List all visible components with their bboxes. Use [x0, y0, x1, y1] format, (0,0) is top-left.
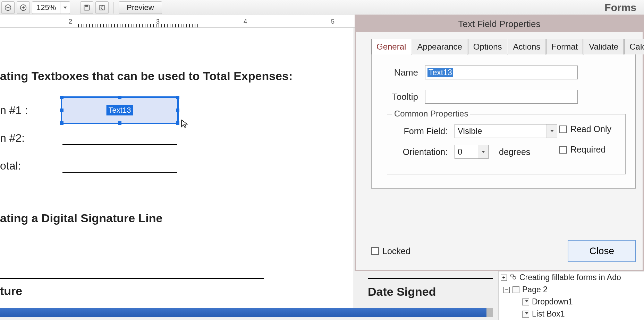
tree-item-dropdown1[interactable]: Dropdown1 [499, 296, 644, 308]
field-name-overlay: Text13 [107, 105, 133, 115]
preview-button[interactable]: Preview [119, 1, 162, 14]
required-label: Required [570, 145, 605, 155]
underline [62, 144, 177, 145]
dropdown-arrow-icon[interactable] [60, 2, 70, 14]
dropdown-field-icon [522, 299, 529, 305]
save-button[interactable] [80, 1, 93, 14]
svg-point-9 [513, 276, 516, 279]
resize-handle-e[interactable] [176, 109, 179, 112]
orientation-units: degrees [499, 147, 530, 157]
resize-handle-nw[interactable] [60, 96, 63, 99]
form-field-label: Form Field: [396, 126, 448, 136]
text-field-properties-dialog: Text Field Properties General Appearance… [355, 15, 644, 271]
checkbox-icon [371, 247, 379, 255]
name-input[interactable]: Text13 [425, 66, 578, 79]
tooltip-label: Tooltip [387, 92, 418, 102]
forms-panel-label: Forms [604, 2, 643, 14]
tree-root-label: Creating fillable forms in Ado [519, 273, 621, 282]
main-toolbar: 125% Preview Forms [0, 0, 644, 15]
plus-icon [20, 4, 27, 11]
tree-item-label: List Box1 [532, 309, 565, 319]
svg-rect-7 [100, 5, 104, 10]
minus-icon [5, 4, 11, 11]
form-tool-icon [99, 4, 105, 11]
zoom-in-button[interactable] [17, 1, 30, 14]
signature-label: ture [0, 284, 22, 298]
resize-handle-ne[interactable] [176, 96, 179, 99]
ruler-margin-marker [78, 24, 200, 27]
form-tool-button[interactable] [95, 1, 109, 14]
svg-point-8 [511, 274, 514, 277]
ruler-tick-label: 4 [244, 18, 247, 25]
tree-root-row[interactable]: + Creating fillable forms in Ado [499, 271, 644, 284]
chevron-down-icon [478, 145, 488, 158]
common-properties-group: Common Properties Form Field: Visible Or… [387, 114, 626, 174]
dialog-title: Text Field Properties [356, 16, 643, 32]
tooltip-input[interactable] [425, 90, 578, 104]
horizontal-scrollbar[interactable] [0, 308, 493, 317]
tree-item-label: Dropdown1 [532, 297, 573, 306]
svg-rect-6 [85, 5, 88, 7]
total-label: otal: [0, 159, 21, 172]
close-label: Close [589, 245, 614, 256]
toolbar-separator [113, 2, 114, 14]
heading-expenses: ating Textboxes that can be used to Tota… [0, 69, 293, 83]
name-label: Name [387, 67, 418, 78]
locked-label: Locked [382, 246, 410, 256]
date-signed-label: Date Signed [368, 285, 436, 299]
document-canvas[interactable]: ating Textboxes that can be used to Tota… [0, 28, 354, 315]
read-only-checkbox[interactable]: Read Only [559, 124, 611, 134]
signature-line [0, 278, 264, 279]
zoom-out-button[interactable] [1, 1, 15, 14]
tab-validate[interactable]: Validate [584, 39, 624, 54]
fields-tree-panel: + Creating fillable forms in Ado − Page … [498, 271, 644, 320]
orientation-value: 0 [458, 147, 462, 157]
ruler-tick-label: 5 [331, 18, 334, 25]
zoom-combo[interactable]: 125% [32, 1, 70, 14]
chevron-down-icon [546, 124, 557, 138]
resize-handle-s[interactable] [118, 121, 121, 125]
selected-text-field[interactable]: Text13 [61, 96, 179, 124]
tree-expand-icon[interactable]: + [501, 275, 507, 281]
tree-page-label: Page 2 [522, 285, 548, 294]
item1-label: n #1 : [0, 104, 28, 117]
tab-general[interactable]: General [371, 39, 411, 54]
save-icon [83, 4, 90, 11]
tab-format[interactable]: Format [546, 39, 583, 54]
ruler-tick-label: 2 [69, 18, 72, 25]
read-only-label: Read Only [570, 124, 611, 134]
dialog-tabs: General Appearance Options Actions Forma… [371, 39, 636, 54]
zoom-value: 125% [32, 2, 60, 14]
checkbox-icon [559, 126, 567, 133]
checkbox-icon [559, 146, 567, 154]
tab-calculate[interactable]: Calculate [624, 39, 644, 54]
resize-handle-sw[interactable] [60, 121, 63, 125]
mouse-cursor-icon [180, 119, 189, 130]
orientation-combo[interactable]: 0 [455, 145, 489, 159]
form-field-combo[interactable]: Visible [455, 124, 557, 138]
listbox-field-icon [522, 311, 529, 318]
link-icon [510, 273, 517, 282]
tree-collapse-icon[interactable]: − [503, 287, 510, 293]
resize-handle-se[interactable] [176, 121, 179, 125]
resize-handle-n[interactable] [118, 96, 121, 99]
general-tab-panel: Name Text13 Tooltip Common Properties Fo… [371, 54, 636, 189]
tab-appearance[interactable]: Appearance [412, 39, 467, 54]
date-line [368, 278, 493, 279]
required-checkbox[interactable]: Required [559, 145, 611, 155]
tab-options[interactable]: Options [468, 39, 507, 54]
locked-checkbox[interactable]: Locked [371, 246, 410, 256]
name-input-value: Text13 [427, 68, 453, 77]
tree-item-listbox1[interactable]: List Box1 [499, 308, 644, 320]
tree-page-row[interactable]: − Page 2 [499, 284, 644, 296]
preview-label: Preview [127, 3, 154, 12]
resize-handle-w[interactable] [60, 109, 63, 112]
page-icon [512, 286, 519, 293]
close-button[interactable]: Close [568, 240, 636, 262]
toolbar-separator [75, 2, 75, 14]
orientation-label: Orientation: [396, 147, 448, 157]
scrollbar-thumb[interactable] [486, 308, 493, 317]
underline [62, 172, 177, 173]
tab-actions[interactable]: Actions [508, 39, 546, 54]
common-properties-legend: Common Properties [392, 109, 470, 119]
